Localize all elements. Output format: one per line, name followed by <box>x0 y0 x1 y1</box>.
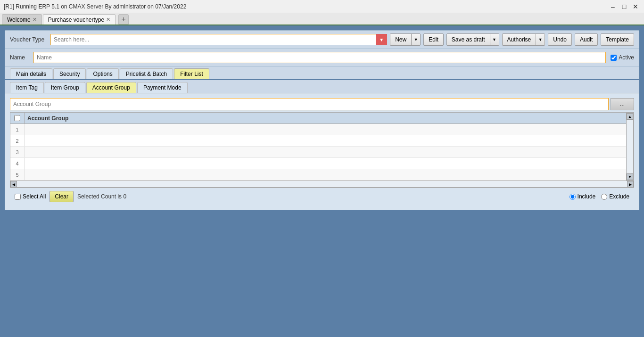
table-row: 4 <box>10 158 626 169</box>
toolbar: Voucher Type ▼ New ▼ Edit Save as draft … <box>5 31 639 49</box>
new-dropdown-arrow[interactable]: ▼ <box>412 34 420 45</box>
name-row: Name Active <box>5 49 639 66</box>
row-number: 4 <box>10 158 25 169</box>
name-label: Name <box>10 54 29 61</box>
voucher-type-search-input[interactable] <box>50 34 387 45</box>
maximize-button[interactable]: □ <box>619 2 629 11</box>
tab-add-button[interactable]: + <box>118 14 129 25</box>
row-number: 2 <box>10 135 25 146</box>
sub-tab-payment-mode[interactable]: Payment Mode <box>137 82 188 93</box>
tab-security[interactable]: Security <box>53 68 86 79</box>
table-row: 1 <box>10 124 626 135</box>
authorise-button-split: Authorise ▼ <box>502 33 545 46</box>
table-row: 3 <box>10 147 626 158</box>
exclude-radio-label[interactable]: Exclude <box>601 193 629 200</box>
window-controls: – □ ✕ <box>608 2 640 11</box>
exclude-radio[interactable] <box>601 194 607 200</box>
row-number: 1 <box>10 124 25 135</box>
data-grid: Account Group 1 2 <box>10 112 634 188</box>
audit-button[interactable]: Audit <box>575 33 598 46</box>
name-input[interactable] <box>33 52 606 63</box>
tab-filter-list[interactable]: Filter List <box>174 68 209 79</box>
include-radio[interactable] <box>570 194 576 200</box>
voucher-type-dropdown-arrow[interactable]: ▼ <box>376 34 387 45</box>
scrollbar-track[interactable] <box>627 120 633 173</box>
account-group-browse-button[interactable]: ... <box>611 98 634 110</box>
title-bar: [R1] Running ERP 5.1 on CMAX Server By a… <box>0 0 644 13</box>
bottom-bar: Select All Clear Selected Count is 0 Inc… <box>10 188 634 205</box>
tab-welcome-close[interactable]: ✕ <box>33 16 37 23</box>
tab-bar: Welcome ✕ Purchase vouchertype ✕ + <box>0 13 644 25</box>
account-group-search-row: ... <box>10 98 634 110</box>
edit-button[interactable]: Edit <box>423 33 444 46</box>
active-label: Active <box>619 54 634 61</box>
save-as-draft-dropdown-arrow[interactable]: ▼ <box>490 34 499 45</box>
main-tab-nav: Main details Security Options Pricelist … <box>5 66 639 80</box>
grid-header-checkbox[interactable] <box>14 115 20 121</box>
table-row: 2 <box>10 135 626 147</box>
active-checkbox-label[interactable]: Active <box>611 54 634 61</box>
include-label: Include <box>578 193 596 200</box>
scroll-left-button[interactable]: ◀ <box>10 181 17 188</box>
tab-welcome[interactable]: Welcome ✕ <box>2 14 42 25</box>
clear-button[interactable]: Clear <box>50 191 74 202</box>
tab-main-details[interactable]: Main details <box>10 68 52 79</box>
grid-header-account-group: Account Group <box>25 115 626 122</box>
grid-rows: 1 2 3 4 <box>10 124 626 181</box>
window-title: [R1] Running ERP 5.1 on CMAX Server By a… <box>4 3 186 10</box>
sub-tab-nav: Item Tag Item Group Account Group Paymen… <box>5 80 639 93</box>
include-radio-label[interactable]: Include <box>570 193 596 200</box>
content-area: ... Account Group 1 <box>5 93 639 210</box>
authorise-dropdown-arrow[interactable]: ▼ <box>536 34 545 45</box>
include-exclude-group: Include Exclude <box>570 193 629 200</box>
minimize-button[interactable]: – <box>608 2 618 11</box>
scroll-right-button[interactable]: ▶ <box>627 181 634 188</box>
close-button[interactable]: ✕ <box>631 2 640 11</box>
active-checkbox[interactable] <box>611 55 617 61</box>
sub-tab-item-group[interactable]: Item Group <box>45 82 85 93</box>
grid-header-checkbox-cell <box>10 113 25 123</box>
tab-options[interactable]: Options <box>87 68 118 79</box>
tab-purchase-vouchertype-close[interactable]: ✕ <box>106 16 110 23</box>
save-as-draft-button-split: Save as draft ▼ <box>446 33 499 46</box>
new-button[interactable]: New <box>390 34 412 45</box>
template-button[interactable]: Template <box>601 33 634 46</box>
sub-tab-account-group[interactable]: Account Group <box>86 82 136 93</box>
table-row: 5 <box>10 169 626 181</box>
selected-count: Selected Count is 0 <box>77 193 566 200</box>
horizontal-scrollbar: ◀ ▶ <box>10 181 634 187</box>
vertical-scrollbar: ▲ ▼ <box>626 113 634 181</box>
exclude-label: Exclude <box>609 193 629 200</box>
main-content: Voucher Type ▼ New ▼ Edit Save as draft … <box>0 25 644 337</box>
new-button-split: New ▼ <box>390 33 421 46</box>
save-as-draft-button[interactable]: Save as draft <box>447 34 490 45</box>
sub-tab-item-tag[interactable]: Item Tag <box>10 82 44 93</box>
voucher-type-label: Voucher Type <box>10 36 48 43</box>
account-group-search-input[interactable] <box>10 98 609 110</box>
scroll-up-button[interactable]: ▲ <box>627 113 633 120</box>
undo-button[interactable]: Undo <box>548 33 572 46</box>
tab-purchase-vouchertype[interactable]: Purchase vouchertype ✕ <box>43 14 116 25</box>
select-all-label[interactable]: Select All <box>15 193 46 200</box>
form-panel: Voucher Type ▼ New ▼ Edit Save as draft … <box>5 30 639 210</box>
row-number: 5 <box>10 169 25 180</box>
h-scrollbar-track[interactable] <box>17 181 627 187</box>
authorise-button[interactable]: Authorise <box>503 34 537 45</box>
grid-header: Account Group <box>10 113 626 124</box>
voucher-type-search-wrap: ▼ <box>50 34 387 45</box>
scroll-down-button[interactable]: ▼ <box>627 173 633 180</box>
row-number: 3 <box>10 147 25 157</box>
tab-pricelist-batch[interactable]: Pricelist & Batch <box>120 68 173 79</box>
select-all-checkbox[interactable] <box>15 194 21 200</box>
